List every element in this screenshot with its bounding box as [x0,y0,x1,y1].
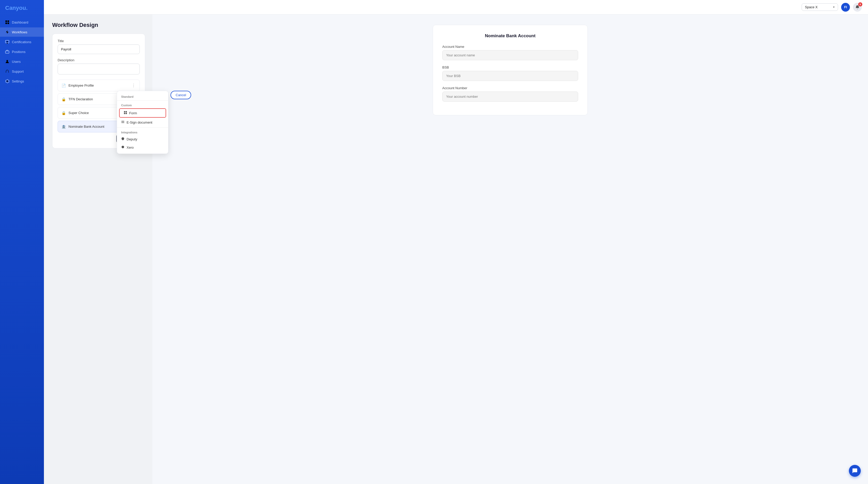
app-logo[interactable]: Canyou. [0,0,44,17]
avatar[interactable]: FI [841,3,850,11]
list-icon [121,120,125,124]
sidebar-item-label: Workflows [12,30,27,34]
description-input[interactable] [58,64,140,75]
field-group-account-number: Account Number [442,86,578,102]
circle-icon [121,145,125,149]
dropdown-item-label: Form [129,111,137,115]
svg-rect-0 [5,21,7,22]
task-label: Nominate Bank Account [68,124,104,129]
field-label-account-number: Account Number [442,86,578,90]
workflow-panel: Workflow Design Title Description 📄 Empl… [44,15,152,484]
task-label: Super Choice [68,111,89,115]
svg-rect-2 [5,23,7,24]
dropdown-item-xero[interactable]: Xero [117,143,168,151]
sidebar-nav: Dashboard Workflows Certifications Posit… [0,17,44,87]
form-icon [124,111,127,115]
dropdown-section-integrations: Integrations [117,129,168,135]
svg-rect-7 [5,51,9,53]
topbar: Space X ▾ FI 9 [44,0,868,15]
svg-point-8 [6,60,8,61]
sidebar-item-workflows[interactable]: Workflows [0,27,44,37]
sidebar-item-settings[interactable]: Settings [0,77,44,86]
content-area: Workflow Design Title Description 📄 Empl… [44,15,868,484]
dropdown-section-custom: Custom [117,102,168,108]
lock-icon: 🔒 [61,97,66,101]
form-preview-card: Nominate Bank Account Account Name BSB A… [433,25,588,115]
form-preview-title: Nominate Bank Account [442,33,578,38]
dropdown-item-label: Xero [127,146,133,149]
dropdown-item-deputy[interactable]: Deputy [117,135,168,143]
dropdown-section-standard: Standard [117,93,168,99]
field-group-account-name: Account Name [442,45,578,60]
bank-icon: 🏦 [61,124,66,129]
sidebar-item-positions[interactable]: Positions [0,47,44,56]
cancel-button[interactable]: Cancel [170,91,191,99]
company-name: Space X [805,5,817,9]
field-label-bsb: BSB [442,65,578,69]
main-area: Space X ▾ FI 9 Workflow Design Title Des… [44,0,868,484]
sidebar-item-label: Dashboard [12,21,28,24]
dropdown-item-esign[interactable]: E-Sign document [117,118,168,126]
description-label: Description [58,58,140,62]
sidebar-item-label: Users [12,60,21,64]
task-label: TFN Declaration [68,97,93,101]
svg-rect-11 [124,113,125,114]
grid-icon [5,20,9,24]
dropdown-item-label: Deputy [127,137,137,141]
svg-marker-4 [6,30,8,34]
user-icon [5,59,9,64]
svg-rect-15 [121,122,124,123]
avatar-initials: FI [844,5,847,9]
svg-rect-12 [126,113,127,114]
svg-rect-13 [121,121,124,121]
title-input[interactable] [58,45,140,54]
sidebar-item-dashboard[interactable]: Dashboard [0,18,44,27]
title-label: Title [58,39,140,43]
dropdown-menu: Standard Custom Form E-Si [117,91,168,154]
bolt-icon [5,30,9,34]
dropdown-item-form[interactable]: Form [120,109,165,117]
shield-icon [121,137,125,141]
form-preview-panel: Nominate Bank Account Account Name BSB A… [152,15,868,484]
notification-badge: 9 [858,2,862,6]
sidebar-item-label: Positions [12,50,26,54]
task-item-employee-profile[interactable]: 📄 Employee Profile ⋮ [58,80,140,91]
svg-rect-3 [7,23,9,24]
task-label: Employee Profile [68,84,94,87]
sidebar-item-support[interactable]: Support [0,67,44,76]
certificate-icon [5,40,9,44]
svg-rect-1 [7,21,9,22]
field-input-account-number[interactable] [442,91,578,102]
field-label-account-name: Account Name [442,45,578,49]
dropdown-item-label: E-Sign document [127,120,152,124]
svg-rect-10 [126,111,127,112]
svg-point-6 [7,41,8,42]
chat-bubble[interactable] [849,465,861,477]
add-task-dropdown: Standard Custom Form E-Si [117,91,168,154]
sidebar-item-users[interactable]: Users [0,57,44,66]
logo-text: Canyou. [5,5,28,11]
gear-icon [5,79,9,83]
sidebar: Canyou. Dashboard Workflows Certificatio… [0,0,44,484]
field-input-account-name[interactable] [442,50,578,60]
field-input-bsb[interactable] [442,71,578,81]
company-selector[interactable]: Space X ▾ [802,3,838,11]
document-icon: 📄 [61,84,66,88]
sidebar-item-certifications[interactable]: Certifications [0,37,44,47]
svg-rect-9 [124,111,125,112]
cancel-area: Cancel [170,91,191,99]
field-group-bsb: BSB [442,65,578,81]
headset-icon [5,69,9,74]
page-title: Workflow Design [52,22,145,28]
chevron-down-icon: ▾ [833,5,835,9]
lock-icon: 🔒 [61,111,66,115]
sidebar-item-label: Support [12,69,24,74]
sidebar-item-label: Settings [12,79,24,83]
notification-bell[interactable]: 9 [853,3,862,11]
more-options-icon[interactable]: ⋮ [131,83,136,88]
svg-rect-14 [121,122,124,122]
sidebar-item-label: Certifications [12,40,31,44]
briefcase-icon [5,50,9,54]
svg-point-16 [122,146,124,148]
